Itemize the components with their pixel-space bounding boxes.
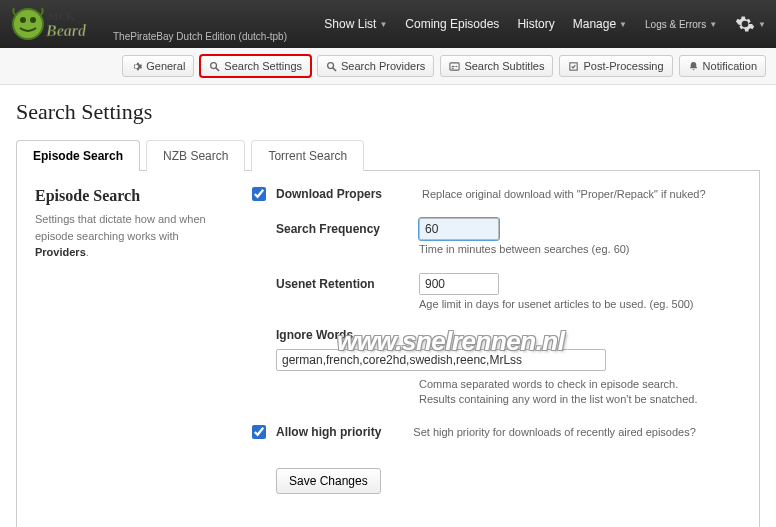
caret-down-icon: ▼ <box>758 20 766 29</box>
subtitle-icon <box>449 61 460 72</box>
ignore-words-hint2: Results containing any word in the list … <box>419 393 741 405</box>
subnav-search-settings[interactable]: Search Settings <box>200 55 311 77</box>
subnav-post-processing-label: Post-Processing <box>583 60 663 72</box>
ignore-words-input[interactable] <box>276 349 606 371</box>
nav-show-list[interactable]: Show List▼ <box>324 17 387 31</box>
search-icon <box>326 61 337 72</box>
page-title: Search Settings <box>16 99 760 125</box>
subnav-post-processing[interactable]: Post-Processing <box>559 55 672 77</box>
section-desc-dot: . <box>86 246 89 258</box>
download-propers-checkbox[interactable] <box>252 187 266 201</box>
ignore-words-hint1: Comma separated words to check in episod… <box>419 378 741 390</box>
svg-point-0 <box>13 9 43 39</box>
svg-line-6 <box>216 67 219 70</box>
usenet-retention-label: Usenet Retention <box>276 277 401 291</box>
allow-high-priority-checkbox[interactable] <box>252 425 266 439</box>
bell-icon <box>688 61 699 72</box>
row-allow-high-priority: Allow high priority Set high priority fo… <box>252 425 741 442</box>
svg-text:Beard: Beard <box>45 22 87 39</box>
search-icon <box>209 61 220 72</box>
nav-coming-episodes[interactable]: Coming Episodes <box>405 17 499 31</box>
row-download-propers: Download Propers Replace original downlo… <box>252 187 741 405</box>
subnav-search-providers[interactable]: Search Providers <box>317 55 434 77</box>
nav-show-list-label: Show List <box>324 17 376 31</box>
svg-point-7 <box>328 62 334 68</box>
subnav-search-subtitles-label: Search Subtitles <box>464 60 544 72</box>
save-changes-button[interactable]: Save Changes <box>276 468 381 494</box>
tab-episode-search[interactable]: Episode Search <box>16 140 140 171</box>
tab-nzb-search[interactable]: NZB Search <box>146 140 245 171</box>
svg-point-1 <box>20 17 26 23</box>
svg-point-2 <box>30 17 36 23</box>
usenet-retention-input[interactable] <box>419 273 499 295</box>
nav-history-label: History <box>517 17 554 31</box>
caret-down-icon: ▼ <box>379 20 387 29</box>
app-tagline: ThePirateBay Dutch Edition (dutch-tpb) <box>113 31 287 42</box>
tab-torrent-search[interactable]: Torrent Search <box>251 140 364 171</box>
section-desc-providers: Providers <box>35 246 86 258</box>
svg-text:SICK: SICK <box>48 10 75 22</box>
nav-history[interactable]: History <box>517 17 554 31</box>
subnav-general[interactable]: General <box>122 55 194 77</box>
subnav-search-subtitles[interactable]: Search Subtitles <box>440 55 553 77</box>
search-frequency-label: Search Frequency <box>276 222 401 236</box>
allow-high-priority-label: Allow high priority <box>276 425 381 439</box>
nav-manage[interactable]: Manage▼ <box>573 17 627 31</box>
app-logo[interactable]: SICK Beard <box>10 4 105 44</box>
caret-down-icon: ▼ <box>709 20 717 29</box>
settings-panel: Episode Search Settings that dictate how… <box>16 171 760 527</box>
subnav-search-providers-label: Search Providers <box>341 60 425 72</box>
nav-settings-gear[interactable]: ▼ <box>735 14 766 34</box>
svg-point-5 <box>211 62 217 68</box>
allow-high-priority-desc: Set high priority for downloads of recen… <box>413 426 696 438</box>
subnav-notification[interactable]: Notification <box>679 55 766 77</box>
usenet-retention-hint: Age limit in days for usenet articles to… <box>419 298 741 310</box>
download-propers-label: Download Propers <box>276 187 382 201</box>
gear-icon <box>735 14 755 34</box>
nav-logs-errors[interactable]: Logs & Errors▼ <box>645 19 717 30</box>
sub-navbar: General Search Settings Search Providers… <box>0 48 776 85</box>
subnav-search-settings-label: Search Settings <box>224 60 302 72</box>
top-navbar: SICK Beard ThePirateBay Dutch Edition (d… <box>0 0 776 48</box>
nav-manage-label: Manage <box>573 17 616 31</box>
subnav-general-label: General <box>146 60 185 72</box>
gear-icon <box>131 61 142 72</box>
svg-line-8 <box>333 67 336 70</box>
section-desc-text: Settings that dictate how and when episo… <box>35 213 206 242</box>
download-propers-desc: Replace original download with "Proper/R… <box>422 188 706 200</box>
nav-logs-errors-label: Logs & Errors <box>645 19 706 30</box>
section-description: Settings that dictate how and when episo… <box>35 211 230 261</box>
ignore-words-label: Ignore Words <box>276 328 401 342</box>
search-frequency-hint: Time in minutes between searches (eg. 60… <box>419 243 741 255</box>
process-icon <box>568 61 579 72</box>
subnav-notification-label: Notification <box>703 60 757 72</box>
caret-down-icon: ▼ <box>619 20 627 29</box>
nav-coming-episodes-label: Coming Episodes <box>405 17 499 31</box>
tab-bar: Episode Search NZB Search Torrent Search <box>16 139 760 171</box>
search-frequency-input[interactable] <box>419 218 499 240</box>
